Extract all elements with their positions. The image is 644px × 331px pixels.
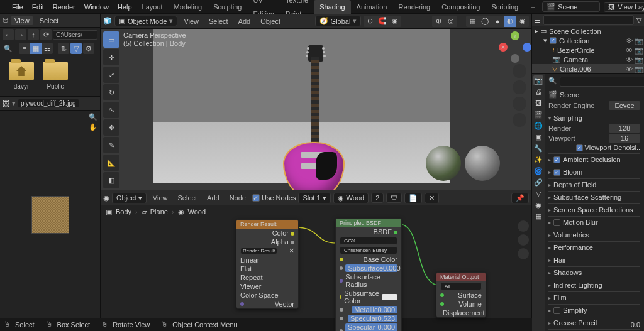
vp-menu-object[interactable]: Object: [257, 18, 284, 25]
wire-shading[interactable]: ◯: [479, 16, 491, 27]
menu-render[interactable]: Render: [48, 0, 80, 14]
tool-addcube[interactable]: ◧: [103, 172, 119, 188]
scene-selector[interactable]: 🎬: [542, 1, 600, 12]
workspace-tab[interactable]: Animation: [351, 0, 393, 14]
3d-viewport[interactable]: Camera Perspective (5) Collection | Body…: [101, 29, 531, 190]
material-new[interactable]: 📄: [404, 193, 422, 203]
outliner-row-collection[interactable]: ▾ Collection 👁📷: [532, 36, 644, 45]
camera-icon[interactable]: 📷: [635, 56, 641, 63]
axis-z-icon[interactable]: [523, 43, 531, 52]
matprev-shading[interactable]: ◐: [504, 16, 516, 27]
properties-search-input[interactable]: [560, 77, 644, 87]
nav-pan-button[interactable]: [518, 234, 529, 246]
tab-scene[interactable]: 🎬: [533, 109, 543, 119]
panel-checkbox[interactable]: [553, 156, 560, 163]
tab-data[interactable]: ▽: [533, 188, 543, 198]
tab-output[interactable]: 🖨: [533, 87, 543, 97]
panel-bloom[interactable]: Bloom: [548, 168, 640, 176]
workspace-tab[interactable]: Modeling: [169, 0, 208, 14]
editor-type-icon[interactable]: 🧊: [103, 17, 112, 25]
axis-x-icon[interactable]: X: [499, 43, 508, 52]
node-principled-bsdf[interactable]: Principled BSDF BSDF GGX Christensen-Bur…: [335, 218, 402, 331]
camera-icon[interactable]: 📷: [635, 46, 641, 53]
menu-edit[interactable]: Edit: [28, 0, 48, 14]
gizmo-toggle[interactable]: ⊕: [432, 16, 445, 27]
sh-menu-add[interactable]: Add: [203, 194, 223, 202]
panel-subsurface-scattering[interactable]: Subsurface Scattering: [548, 193, 640, 202]
workspace-tab[interactable]: Layout: [136, 0, 169, 14]
sh-menu-view[interactable]: View: [149, 194, 172, 202]
panel-volumetrics[interactable]: Volumetrics: [548, 231, 640, 239]
nav-back-button[interactable]: ←: [3, 29, 14, 40]
viewlayer-selector[interactable]: 🖼: [604, 2, 644, 12]
workspace-add-button[interactable]: ＋: [524, 0, 542, 14]
scene-name-input[interactable]: [558, 3, 596, 11]
tab-texture[interactable]: ▦: [533, 211, 543, 221]
panel-ambient-occlusion[interactable]: Ambient Occlusion: [548, 155, 640, 164]
vp-menu-view[interactable]: View: [180, 18, 203, 25]
panel-indirect-lighting[interactable]: Indirect Lighting: [548, 281, 640, 290]
panel-checkbox[interactable]: [553, 169, 560, 176]
breadcrumb-item[interactable]: Body: [116, 208, 131, 215]
view-col-button[interactable]: ☷: [42, 43, 53, 54]
engine-dropdown[interactable]: Eevee: [609, 101, 640, 110]
nav-gizmo[interactable]: Y X: [501, 31, 529, 59]
overlay-toggle[interactable]: ◎: [445, 16, 457, 27]
outliner-icon[interactable]: ☰: [535, 16, 541, 24]
panel-grease-pencil[interactable]: Grease Pencil: [548, 318, 640, 327]
folder-item[interactable]: davyr: [9, 62, 34, 90]
material-unlink[interactable]: ✕: [425, 193, 439, 203]
tab-particle[interactable]: ✨: [533, 155, 543, 165]
outliner-search-input[interactable]: [543, 15, 634, 25]
shader-type-selector[interactable]: Object ▾: [112, 193, 147, 203]
material-selector[interactable]: ◉ Wood: [333, 193, 369, 203]
tool-scale[interactable]: ⤡: [103, 102, 119, 118]
vp-menu-select[interactable]: Select: [205, 18, 232, 25]
camera-icon[interactable]: 📷: [635, 37, 641, 44]
camera-button[interactable]: [513, 97, 526, 111]
node-material-output[interactable]: Material Output All Surface Volume Displ…: [436, 272, 486, 318]
tool-cursor[interactable]: ✛: [103, 49, 119, 65]
tool-move[interactable]: ⤢: [103, 67, 119, 83]
tool-measure[interactable]: 📐: [103, 155, 119, 171]
tab-modifier[interactable]: 🔧: [533, 143, 543, 153]
settings-button[interactable]: ⚙: [83, 43, 94, 54]
outliner-row-item[interactable]: ≀ BezierCircle 👁📷: [532, 45, 644, 55]
menu-file[interactable]: File: [8, 0, 28, 14]
eye-icon[interactable]: 👁: [626, 56, 633, 63]
tab-world[interactable]: 🌐: [533, 121, 543, 131]
nav-up-button[interactable]: ↑: [28, 29, 39, 40]
viewlayer-name-input[interactable]: [618, 3, 644, 11]
view-grid-button[interactable]: ▦: [30, 43, 42, 54]
outliner-row-item[interactable]: 📷 Camera 👁📷: [532, 55, 644, 64]
view-list-button[interactable]: ≡: [19, 43, 30, 54]
tab-physics[interactable]: 🌀: [533, 166, 543, 176]
pan-button[interactable]: [513, 80, 526, 94]
tool-annotate[interactable]: ✎: [103, 137, 119, 153]
tool-select-box[interactable]: ▭: [103, 31, 119, 48]
propedit-button[interactable]: ◉: [389, 16, 401, 27]
panel-depth-of-field[interactable]: Depth of Field: [548, 180, 640, 189]
render-shading[interactable]: ◉: [516, 16, 529, 27]
orientation-selector[interactable]: 🧭 Global ▾: [315, 16, 362, 26]
panel-hair[interactable]: Hair: [548, 256, 640, 264]
axis-neg-icon[interactable]: [511, 54, 519, 63]
outliner-row-item[interactable]: ▽ Circle.006 👁📷: [532, 64, 644, 73]
image-name[interactable]: plywood_diff_2k.jpg: [18, 99, 79, 107]
panel-film[interactable]: Film: [548, 293, 640, 302]
panel-checkbox[interactable]: [553, 307, 560, 314]
panel-shadows[interactable]: Shadows: [548, 268, 640, 277]
pivot-button[interactable]: ⊙: [364, 16, 376, 27]
breadcrumb-item[interactable]: Wood: [188, 208, 206, 215]
outliner-row-scene-collection[interactable]: ▸ ▭ Scene Collection: [532, 26, 644, 36]
filter-button[interactable]: ▽: [70, 43, 82, 54]
zoom-button[interactable]: [513, 64, 526, 78]
workspace-tab[interactable]: Scripting: [486, 0, 524, 14]
hand-icon[interactable]: ✋: [89, 123, 97, 131]
filebrowser-menu-view[interactable]: View: [11, 16, 33, 25]
sort-button[interactable]: ⇅: [58, 43, 69, 54]
workspace-tab[interactable]: Shading: [314, 0, 350, 14]
filebrowser-menu-select[interactable]: Select: [36, 16, 63, 25]
material-users[interactable]: 2: [371, 193, 384, 203]
material-fake-user[interactable]: 🛡: [386, 193, 402, 203]
